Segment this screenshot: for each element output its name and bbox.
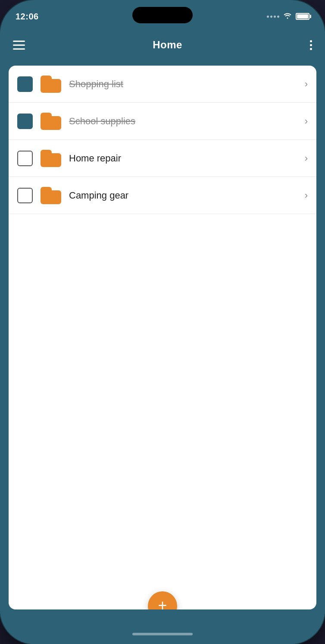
dynamic-island [132, 7, 193, 23]
page-title: Home [153, 39, 182, 51]
chevron-right-icon: › [305, 79, 308, 90]
checkbox-home-repair[interactable] [17, 151, 33, 166]
folder-icon [41, 76, 61, 93]
top-nav: Home [0, 31, 325, 59]
hamburger-menu-button[interactable] [13, 41, 25, 50]
wifi-icon [283, 12, 292, 21]
signal-dots-icon [267, 16, 279, 18]
item-label-camping-gear: Camping gear [69, 190, 300, 201]
plus-icon: + [158, 598, 167, 609]
home-indicator [132, 633, 193, 635]
list-item[interactable]: Home repair › [9, 140, 316, 177]
bottom-area [0, 609, 325, 644]
add-button[interactable]: + [148, 591, 177, 609]
content-card: Shopping list › School supplies › Home r… [9, 66, 316, 609]
status-icons [267, 12, 309, 21]
battery-icon [296, 13, 309, 20]
folder-icon [41, 113, 61, 130]
item-label-shopping-list: Shopping list [69, 79, 300, 90]
status-time: 12:06 [16, 12, 39, 22]
chevron-right-icon: › [305, 116, 308, 127]
checkbox-school-supplies[interactable] [17, 114, 33, 129]
chevron-right-icon: › [305, 190, 308, 201]
list-item[interactable]: Camping gear › [9, 177, 316, 214]
list-item[interactable]: Shopping list › [9, 66, 316, 103]
item-label-school-supplies: School supplies [69, 116, 300, 127]
folder-icon [41, 150, 61, 167]
checkbox-shopping-list[interactable] [17, 76, 33, 92]
chevron-right-icon: › [305, 153, 308, 164]
folder-icon [41, 187, 61, 204]
checkbox-camping-gear[interactable] [17, 188, 33, 203]
item-label-home-repair: Home repair [69, 153, 300, 164]
more-options-button[interactable] [310, 40, 312, 50]
phone-shell: 12:06 [0, 0, 325, 644]
list-item[interactable]: School supplies › [9, 103, 316, 140]
